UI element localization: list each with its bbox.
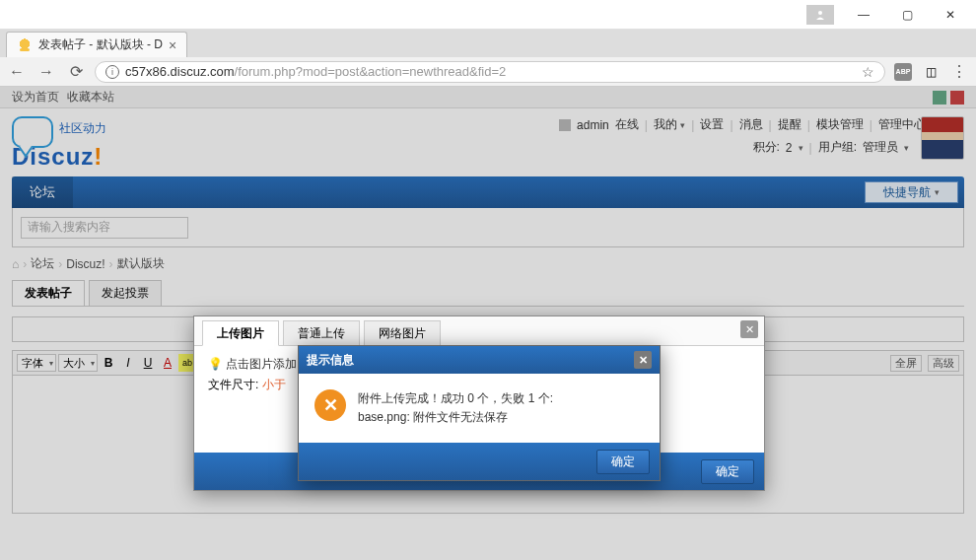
address-input[interactable]: i c57x86.discuz.com/forum.php?mod=post&a… bbox=[95, 61, 885, 83]
url-text: c57x86.discuz.com/forum.php?mod=post&act… bbox=[125, 64, 856, 79]
forward-button[interactable]: → bbox=[35, 61, 57, 83]
maximize-button[interactable]: ▢ bbox=[885, 1, 929, 29]
size-value: 小于 bbox=[262, 378, 286, 391]
address-bar-row: ← → ⟳ i c57x86.discuz.com/forum.php?mod=… bbox=[0, 57, 976, 87]
close-window-button[interactable]: ✕ bbox=[929, 1, 972, 29]
alert-ok-button[interactable]: 确定 bbox=[596, 450, 650, 474]
alert-line2: base.png: 附件文件无法保存 bbox=[358, 408, 553, 427]
favicon-icon bbox=[17, 37, 33, 53]
alert-close-icon[interactable]: ✕ bbox=[634, 351, 652, 369]
upload-ok-button[interactable]: 确定 bbox=[701, 459, 754, 484]
bookmark-star-icon[interactable]: ☆ bbox=[862, 64, 874, 80]
tab-web-image[interactable]: 网络图片 bbox=[364, 320, 441, 345]
extension-icon[interactable]: ◫ bbox=[921, 62, 941, 82]
minimize-button[interactable]: — bbox=[842, 1, 885, 29]
browser-tab-bar: 发表帖子 - 默认版块 - D × bbox=[0, 30, 976, 57]
menu-icon[interactable]: ⋮ bbox=[948, 61, 970, 83]
browser-tab[interactable]: 发表帖子 - 默认版块 - D × bbox=[6, 32, 187, 57]
alert-dialog: 提示信息 ✕ ✕ 附件上传完成！成功 0 个，失败 1 个: base.png:… bbox=[298, 345, 661, 481]
tab-normal-upload[interactable]: 普通上传 bbox=[283, 320, 360, 345]
window-titlebar: — ▢ ✕ bbox=[0, 0, 976, 30]
size-label: 文件尺寸: bbox=[208, 378, 258, 391]
upload-hint: 点击图片添加 bbox=[226, 357, 297, 371]
error-icon: ✕ bbox=[314, 389, 346, 421]
reload-button[interactable]: ⟳ bbox=[65, 61, 87, 83]
alert-title: 提示信息 bbox=[307, 352, 354, 369]
back-button[interactable]: ← bbox=[6, 61, 28, 83]
site-info-icon[interactable]: i bbox=[105, 65, 119, 79]
tab-title: 发表帖子 - 默认版块 - D bbox=[38, 36, 163, 53]
page-viewport: 设为首页 收藏本站 社区动力 Discuz! admin 在线| 我的 ▾| 设… bbox=[0, 87, 976, 560]
alert-message: 附件上传完成！成功 0 个，失败 1 个: base.png: 附件文件无法保存 bbox=[358, 389, 553, 427]
abp-extension-icon[interactable]: ABP bbox=[893, 62, 913, 82]
os-user-icon[interactable] bbox=[806, 5, 834, 25]
svg-point-0 bbox=[818, 11, 822, 15]
alert-line1: 附件上传完成！成功 0 个，失败 1 个: bbox=[358, 389, 553, 408]
upload-close-icon[interactable]: ✕ bbox=[740, 320, 758, 338]
bulb-icon: 💡 bbox=[208, 357, 223, 371]
tab-close-icon[interactable]: × bbox=[169, 37, 176, 53]
tab-upload-image[interactable]: 上传图片 bbox=[202, 320, 279, 346]
